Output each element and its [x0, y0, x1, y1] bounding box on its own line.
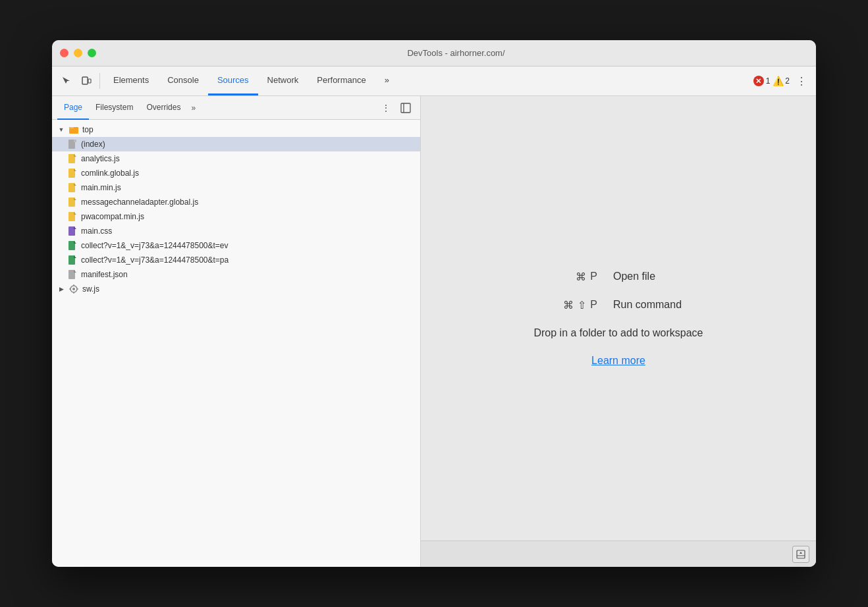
tree-item-collect2[interactable]: collect?v=1&_v=j73&a=1244478500&t=pa	[52, 253, 420, 267]
tab-performance[interactable]: Performance	[308, 66, 375, 95]
file-icon-svg-green2	[68, 255, 76, 265]
file-name-top: top	[82, 125, 94, 134]
file-name-main-min: main.min.js	[81, 183, 121, 192]
svg-rect-7	[74, 140, 76, 142]
shift-key-run: ⇧	[578, 299, 586, 311]
device-toggle-button[interactable]	[77, 72, 95, 90]
tab-elements[interactable]: Elements	[104, 66, 158, 95]
tree-item-collect1[interactable]: collect?v=1&_v=j73&a=1244478500&t=ev	[52, 238, 420, 253]
left-panel: Page Filesystem Overrides » ⋮ ▼	[52, 96, 421, 567]
svg-rect-2	[401, 103, 410, 113]
tree-item-messagechannel[interactable]: messagechanneladapter.global.js	[52, 195, 420, 209]
tree-item-main-min[interactable]: main.min.js	[52, 180, 420, 195]
file-icon-svg-green1	[68, 241, 76, 250]
file-icon-pwacompat	[68, 211, 77, 222]
file-icon-comlink	[68, 168, 77, 178]
error-icon: ✕	[753, 76, 764, 86]
svg-rect-1	[88, 79, 91, 83]
p-key-run: P	[590, 299, 597, 311]
file-icon-main-min	[68, 182, 77, 193]
toolbar-divider	[99, 73, 100, 89]
warning-badge[interactable]: ⚠️ 2	[773, 76, 790, 86]
cmd-key-open: ⌘	[576, 271, 586, 283]
toolbar-more-button[interactable]: ⋮	[792, 72, 811, 90]
content-area: Page Filesystem Overrides » ⋮ ▼	[52, 96, 816, 567]
tree-item-top[interactable]: ▼ top	[52, 122, 420, 137]
tree-item-main-css[interactable]: main.css	[52, 224, 420, 238]
file-icon-svg-gray	[68, 140, 76, 149]
warning-icon: ⚠️	[773, 76, 783, 86]
console-drawer-button[interactable]	[792, 546, 809, 563]
file-name-main-css: main.css	[81, 226, 112, 236]
file-icon-sw	[69, 284, 78, 294]
file-icon-collect1	[68, 240, 77, 251]
svg-rect-23	[797, 550, 805, 558]
error-badge[interactable]: ✕ 1	[753, 76, 771, 86]
tab-sources[interactable]: Sources	[208, 66, 258, 95]
sub-tab-more[interactable]: »	[187, 103, 200, 113]
sub-tab-filesystem[interactable]: Filesystem	[89, 96, 140, 120]
traffic-lights	[60, 49, 96, 57]
devtools-window: DevTools - airhorner.com/ Elements Conso…	[52, 40, 816, 567]
sub-tab-overrides[interactable]: Overrides	[140, 96, 187, 120]
tree-item-pwacompat[interactable]: pwacompat.min.js	[52, 209, 420, 224]
expand-arrow-top: ▼	[57, 126, 65, 134]
tab-console[interactable]: Console	[158, 66, 208, 95]
expand-arrow-sw: ▶	[57, 285, 65, 293]
file-name-manifest: manifest.json	[81, 270, 128, 279]
gear-icon-svg	[69, 284, 78, 294]
sub-tab-menu-button[interactable]: ⋮	[378, 100, 394, 116]
cmd-key-run: ⌘	[563, 299, 574, 311]
file-icon-svg-purple	[68, 226, 76, 236]
file-name-collect2: collect?v=1&_v=j73&a=1244478500&t=pa	[81, 255, 229, 265]
tab-network[interactable]: Network	[258, 66, 308, 95]
window-title: DevTools - airhorner.com/	[104, 48, 808, 58]
shortcut-keys-open: ⌘ P	[531, 271, 597, 283]
file-name-sw: sw.js	[82, 284, 99, 294]
right-panel-bottom	[421, 541, 816, 567]
tab-list: Elements Console Sources Network Perform…	[104, 66, 752, 95]
tree-item-analytics[interactable]: analytics.js	[52, 151, 420, 166]
learn-more-link[interactable]: Learn more	[591, 355, 645, 367]
minimize-button[interactable]	[74, 49, 82, 57]
svg-marker-25	[800, 552, 802, 554]
folder-icon-svg	[69, 125, 78, 134]
inspect-icon-button[interactable]	[57, 72, 76, 90]
file-icon-svg-yellow5	[68, 212, 76, 221]
toolbar: Elements Console Sources Network Perform…	[52, 66, 816, 96]
close-button[interactable]	[60, 49, 68, 57]
file-name-comlink: comlink.global.js	[81, 169, 139, 178]
svg-rect-0	[82, 77, 88, 84]
file-name-pwacompat: pwacompat.min.js	[81, 212, 144, 221]
toolbar-right: ✕ 1 ⚠️ 2 ⋮	[753, 72, 811, 90]
open-file-label: Open file	[613, 271, 705, 282]
tab-more[interactable]: »	[375, 66, 398, 95]
tree-item-comlink[interactable]: comlink.global.js	[52, 166, 420, 180]
tree-item-index[interactable]: (index)	[52, 137, 420, 151]
maximize-button[interactable]	[88, 49, 96, 57]
sub-tab-page[interactable]: Page	[57, 96, 89, 120]
svg-rect-19	[73, 284, 74, 286]
file-name-analytics: analytics.js	[81, 154, 120, 163]
file-name-collect1: collect?v=1&_v=j73&a=1244478500&t=ev	[81, 241, 229, 250]
svg-rect-22	[76, 288, 78, 290]
panel-toggle-button[interactable]	[396, 99, 415, 117]
svg-rect-20	[73, 292, 74, 294]
file-icon-analytics	[68, 153, 77, 164]
title-bar: DevTools - airhorner.com/	[52, 40, 816, 66]
shortcut-open-file: ⌘ P Open file	[531, 271, 705, 283]
file-icon-svg-yellow4	[68, 198, 76, 207]
file-icon-svg-yellow3	[68, 183, 76, 192]
tree-item-sw[interactable]: ▶ sw.js	[52, 282, 420, 296]
file-icon-index	[68, 139, 77, 149]
error-count: 1	[766, 76, 771, 86]
p-key-open: P	[590, 271, 597, 282]
file-icon-manifest	[68, 269, 77, 280]
file-icon-svg-gray2	[68, 270, 76, 279]
svg-rect-21	[69, 288, 71, 290]
device-icon	[81, 76, 92, 86]
panel-toggle-icon	[400, 103, 411, 113]
right-panel: ⌘ P Open file ⌘ ⇧ P Run command Drop in …	[421, 96, 816, 567]
shortcut-keys-run: ⌘ ⇧ P	[531, 299, 597, 311]
tree-item-manifest[interactable]: manifest.json	[52, 267, 420, 282]
